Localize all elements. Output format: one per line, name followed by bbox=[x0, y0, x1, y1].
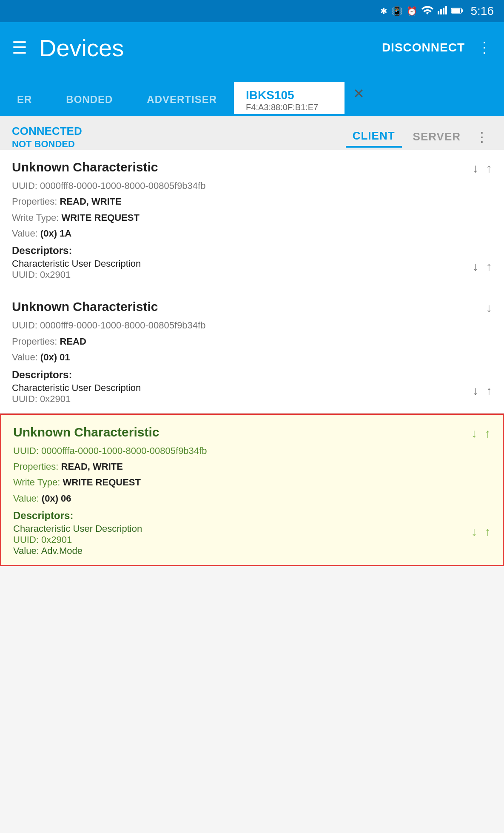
tab-advertiser[interactable]: ADVERTISER bbox=[130, 85, 234, 116]
status-icons: ✱ 📳 ⏰ 5:16 bbox=[380, 4, 494, 18]
char-properties: Properties: READ, WRITE bbox=[12, 194, 492, 209]
descriptors-label: Descriptors: bbox=[13, 510, 491, 522]
tab-close-icon[interactable]: ✕ bbox=[353, 86, 373, 103]
connected-header: CONNECTED NOT BONDED CLIENT SERVER ⋮ bbox=[0, 116, 504, 150]
svg-rect-1 bbox=[440, 9, 442, 14]
char-title: Unknown Characteristic bbox=[13, 425, 159, 439]
svg-rect-6 bbox=[461, 9, 463, 12]
client-server-tabs: CLIENT SERVER ⋮ bbox=[346, 126, 492, 148]
wifi-icon bbox=[421, 6, 433, 17]
descriptor-actions: ↓ ↑ bbox=[471, 525, 491, 539]
descriptor-actions: ↓ ↑ bbox=[473, 384, 492, 398]
descriptor-info: Characteristic User Description UUID: 0x… bbox=[12, 258, 141, 280]
char-actions: ↓ ↑ bbox=[471, 427, 491, 440]
connected-label: CONNECTED bbox=[12, 124, 346, 139]
descriptor-info: Characteristic User Description UUID: 0x… bbox=[13, 523, 142, 556]
bluetooth-icon: ✱ bbox=[380, 6, 387, 16]
disconnect-button[interactable]: DISCONNECT bbox=[382, 41, 465, 54]
more-options-icon[interactable]: ⋮ bbox=[477, 39, 492, 57]
descriptors-label: Descriptors: bbox=[12, 245, 492, 257]
char-title: Unknown Characteristic bbox=[12, 300, 158, 314]
download-icon[interactable]: ↓ bbox=[471, 427, 477, 440]
upload-icon[interactable]: ↑ bbox=[485, 427, 491, 440]
app-bar: ☰ Devices DISCONNECT ⋮ bbox=[0, 22, 504, 73]
tab-scanner[interactable]: ER bbox=[0, 85, 49, 116]
char-value: Value: (0x) 1A bbox=[12, 225, 492, 241]
status-bar: ✱ 📳 ⏰ 5:16 bbox=[0, 0, 504, 22]
device-name: IBKS105 bbox=[246, 88, 294, 103]
descriptor-upload-icon[interactable]: ↑ bbox=[485, 525, 491, 539]
char-value: Value: (0x) 01 bbox=[12, 349, 492, 365]
descriptor-name: Characteristic User Description bbox=[12, 382, 141, 394]
descriptor-row: Characteristic User Description UUID: 0x… bbox=[12, 382, 492, 405]
char-properties: Properties: READ bbox=[12, 334, 492, 349]
connection-status: CONNECTED NOT BONDED bbox=[12, 124, 346, 150]
descriptor-upload-icon[interactable]: ↑ bbox=[486, 384, 492, 398]
descriptor-download-icon[interactable]: ↓ bbox=[473, 260, 478, 274]
tab-active-device[interactable]: IBKS105 F4:A3:88:0F:B1:E7 bbox=[234, 82, 345, 116]
alarm-icon: ⏰ bbox=[407, 6, 417, 16]
char-properties: Properties: READ, WRITE bbox=[13, 459, 491, 474]
app-title: Devices bbox=[39, 34, 382, 62]
tab-server[interactable]: SERVER bbox=[406, 127, 467, 147]
char-actions: ↓ ↑ bbox=[473, 162, 492, 175]
char-uuid: UUID: 0000fffa-0000-1000-8000-00805f9b34… bbox=[13, 443, 491, 459]
descriptor-row: Characteristic User Description UUID: 0x… bbox=[12, 258, 492, 280]
descriptors-label: Descriptors: bbox=[12, 369, 492, 381]
descriptor-uuid: UUID: 0x2901 bbox=[12, 269, 141, 280]
descriptor-uuid: UUID: 0x2901 bbox=[12, 394, 141, 405]
descriptor-download-icon[interactable]: ↓ bbox=[473, 384, 478, 398]
tab-bar: ER BONDED ADVERTISER IBKS105 F4:A3:88:0F… bbox=[0, 73, 504, 116]
descriptor-uuid: UUID: 0x2901 bbox=[13, 534, 142, 545]
descriptor-value: Value: Adv.Mode bbox=[13, 545, 142, 556]
tab-underline bbox=[234, 114, 345, 116]
char-header: Unknown Characteristic ↓ ↑ bbox=[13, 425, 491, 440]
signal-icon bbox=[438, 6, 447, 17]
char-header: Unknown Characteristic ↓ ↑ bbox=[12, 160, 492, 175]
char-uuid: UUID: 0000fff8-0000-1000-8000-00805f9b34… bbox=[12, 178, 492, 194]
svg-rect-0 bbox=[438, 11, 439, 14]
upload-icon[interactable]: ↑ bbox=[486, 162, 492, 175]
descriptor-actions: ↓ ↑ bbox=[473, 260, 492, 274]
vibrate-icon: 📳 bbox=[392, 6, 402, 16]
descriptor-row: Characteristic User Description UUID: 0x… bbox=[13, 523, 491, 556]
char-write-type: Write Type: WRITE REQUEST bbox=[13, 474, 491, 490]
characteristic-item-highlighted: Unknown Characteristic ↓ ↑ UUID: 0000fff… bbox=[0, 414, 504, 567]
characteristics-list: Unknown Characteristic ↓ ↑ UUID: 0000fff… bbox=[0, 150, 504, 566]
descriptor-name: Characteristic User Description bbox=[13, 523, 142, 534]
char-actions: ↓ bbox=[486, 301, 492, 315]
descriptor-download-icon[interactable]: ↓ bbox=[471, 525, 477, 539]
char-uuid: UUID: 0000fff9-0000-1000-8000-00805f9b34… bbox=[12, 317, 492, 333]
char-header: Unknown Characteristic ↓ bbox=[12, 300, 492, 315]
char-write-type: Write Type: WRITE REQUEST bbox=[12, 210, 492, 225]
svg-rect-3 bbox=[445, 6, 447, 14]
svg-rect-2 bbox=[443, 8, 444, 14]
battery-icon bbox=[451, 6, 463, 16]
download-icon[interactable]: ↓ bbox=[486, 301, 492, 315]
hamburger-icon[interactable]: ☰ bbox=[12, 38, 27, 57]
descriptor-upload-icon[interactable]: ↑ bbox=[486, 260, 492, 274]
char-title: Unknown Characteristic bbox=[12, 160, 158, 174]
characteristic-item: Unknown Characteristic ↓ UUID: 0000fff9-… bbox=[0, 289, 504, 413]
bonded-label: NOT BONDED bbox=[12, 139, 346, 150]
tab-client[interactable]: CLIENT bbox=[346, 126, 402, 148]
svg-rect-5 bbox=[452, 9, 460, 13]
tab-more-icon[interactable]: ⋮ bbox=[472, 126, 492, 148]
char-value: Value: (0x) 06 bbox=[13, 491, 491, 506]
tab-bonded[interactable]: BONDED bbox=[49, 85, 130, 116]
status-time: 5:16 bbox=[471, 4, 494, 18]
characteristic-item: Unknown Characteristic ↓ ↑ UUID: 0000fff… bbox=[0, 150, 504, 290]
descriptor-info: Characteristic User Description UUID: 0x… bbox=[12, 382, 141, 405]
descriptor-name: Characteristic User Description bbox=[12, 258, 141, 269]
download-icon[interactable]: ↓ bbox=[473, 162, 478, 175]
